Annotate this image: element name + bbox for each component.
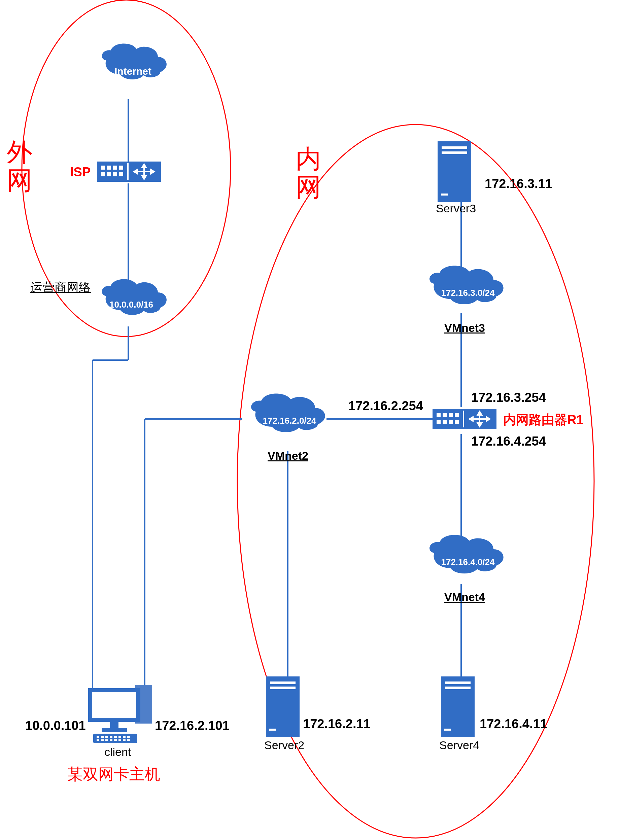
- internet-cloud-label: Internet: [108, 66, 158, 77]
- vmnet2-cloud-ip-label: 172.16.2.0/24: [256, 416, 323, 426]
- vmnet2-cloud-ip-text: 172.16.2.0/24: [263, 416, 316, 426]
- r1-name-label: 内网路由器R1: [503, 411, 584, 428]
- vmnet4-cloud-icon: [429, 535, 504, 574]
- server2-ip-text: 172.16.2.11: [303, 717, 371, 731]
- r1-left-ip-label: 172.16.2.254: [348, 399, 423, 413]
- internet-cloud-text: Internet: [114, 66, 151, 77]
- lan-title-text: 内 网: [296, 144, 321, 201]
- isp-text: ISP: [70, 165, 91, 179]
- vmnet2-name-label: VMnet2: [268, 449, 308, 462]
- r1-bottom-ip-label: 172.16.4.254: [471, 434, 546, 448]
- server2-icon: [266, 676, 299, 737]
- r1-top-ip-text: 172.16.3.254: [471, 390, 546, 405]
- r1-bottom-ip-text: 172.16.4.254: [471, 434, 546, 448]
- server4-ip-text: 172.16.4.11: [480, 717, 547, 731]
- vmnet4-cloud-ip-text: 172.16.4.0/24: [441, 557, 495, 567]
- server4-name-label: Server4: [439, 739, 479, 752]
- client-desc-label: 某双网卡主机: [67, 764, 160, 785]
- server3-name-text: Server3: [436, 202, 476, 215]
- client-icon: [88, 685, 152, 743]
- carrier-network-label: 运营商网络: [30, 280, 91, 296]
- server2-ip-label: 172.16.2.11: [303, 717, 371, 731]
- client-right-ip-text: 172.16.2.101: [155, 719, 230, 732]
- client-right-ip-label: 172.16.2.101: [155, 719, 230, 733]
- vmnet4-name-text: VMnet4: [444, 590, 485, 604]
- wan-zone-label: 外 网: [7, 138, 32, 194]
- vmnet4-name-label: VMnet4: [444, 590, 485, 604]
- client-left-ip-label: 10.0.0.101: [25, 719, 86, 733]
- isp-label: ISP: [70, 165, 91, 179]
- wan-title-text: 外 网: [7, 138, 32, 194]
- carrier-cloud-ip-text: 10.0.0.0/16: [109, 299, 153, 309]
- server3-icon: [438, 141, 471, 202]
- network-topology-diagram: 外 网 内 网 Internet ISP 运营商网络 10.0.0.0/16 1…: [0, 0, 619, 840]
- vmnet3-name-label: VMnet3: [444, 321, 485, 335]
- carrier-cloud-ip-label: 10.0.0.0/16: [104, 299, 158, 310]
- server3-ip-label: 172.16.3.11: [485, 177, 552, 191]
- vmnet2-name-text: VMnet2: [268, 449, 308, 462]
- lan-zone-label: 内 网: [296, 145, 321, 201]
- vmnet3-cloud-ip-text: 172.16.3.0/24: [441, 288, 495, 298]
- client-name-text: client: [104, 746, 131, 758]
- r1-name-text: 内网路由器R1: [503, 413, 584, 427]
- vmnet2-cloud-icon: [251, 393, 325, 432]
- isp-router-icon: [97, 161, 161, 182]
- client-name-label: client: [104, 746, 131, 759]
- vmnet3-name-text: VMnet3: [444, 321, 485, 334]
- client-left-ip-text: 10.0.0.101: [25, 719, 86, 732]
- r1-left-ip-text: 172.16.2.254: [348, 399, 423, 413]
- vmnet3-cloud-icon: [429, 266, 504, 304]
- server2-name-text: Server2: [264, 739, 304, 752]
- r1-router-icon: [432, 409, 496, 429]
- server4-name-text: Server4: [439, 739, 479, 752]
- vmnet3-cloud-ip-label: 172.16.3.0/24: [434, 288, 501, 298]
- server4-icon: [441, 676, 475, 737]
- r1-top-ip-label: 172.16.3.254: [471, 390, 546, 405]
- server2-name-label: Server2: [264, 739, 304, 752]
- server3-name-label: Server3: [436, 202, 476, 215]
- server3-ip-text: 172.16.3.11: [485, 177, 552, 191]
- client-desc-text: 某双网卡主机: [67, 765, 160, 783]
- vmnet4-cloud-ip-label: 172.16.4.0/24: [434, 557, 501, 567]
- server4-ip-label: 172.16.4.11: [480, 717, 547, 731]
- carrier-network-text: 运营商网络: [30, 280, 91, 294]
